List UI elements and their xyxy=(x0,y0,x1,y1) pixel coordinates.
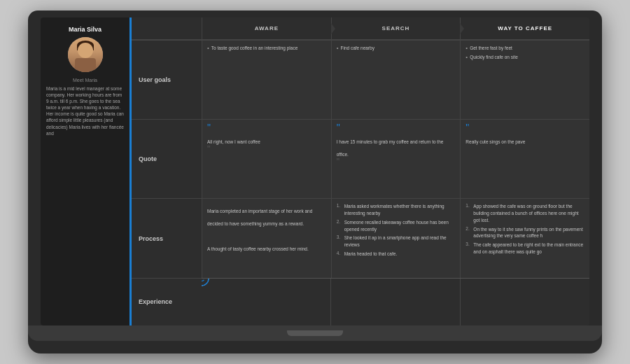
process-row: Maria completed an important stage of he… xyxy=(202,198,589,277)
content-area: User goals Quote Process Experience xyxy=(132,40,589,326)
process-search: 1. Maria asked workmates whether there i… xyxy=(331,199,461,277)
quote-label: Quote xyxy=(132,119,202,198)
quote-search: " I have 15 minutes to grab my coffee an… xyxy=(331,120,461,198)
header-way-label: WAY TO CAFFEE xyxy=(498,25,552,31)
user-goals-aware: To taste good coffee in an interesting p… xyxy=(202,41,331,119)
quote-text-1: All right, now I want coffee xyxy=(207,139,260,144)
process-item-2-2: 2. Someone recalled takeaway coffee hous… xyxy=(337,219,456,233)
laptop-base xyxy=(28,326,602,341)
avatar-body xyxy=(75,58,96,72)
quote-text-2: I have 15 minutes to grab my coffee and … xyxy=(337,139,444,157)
experience-point-3 xyxy=(202,279,209,286)
laptop-container: Maria Silva Meet Maria Maria is a mid le… xyxy=(28,10,602,354)
process-aware: Maria completed an important stage of he… xyxy=(202,199,331,277)
meet-label: Meet Maria xyxy=(73,78,97,83)
process-item-3-3: 3. The cafe appeared to be right ext to … xyxy=(465,241,584,255)
header-search-label: SEARCH xyxy=(382,25,410,31)
user-name: Maria Silva xyxy=(69,26,102,33)
avatar-face xyxy=(78,43,93,58)
avatar-figure xyxy=(68,37,103,72)
process-text-1: Maria completed an important stage of he… xyxy=(207,209,312,251)
experience-row xyxy=(202,278,589,326)
experience-svg xyxy=(202,279,589,326)
quote-close-1: " xyxy=(207,146,326,153)
process-label: Process xyxy=(132,198,202,277)
quote-way: " Really cute sings on the pave xyxy=(460,120,589,198)
sidebar-description: Maria is a mid level manager at some com… xyxy=(46,85,124,136)
header-search: SEARCH xyxy=(331,18,461,39)
svg-point-6 xyxy=(202,279,209,286)
sidebar: Maria Silva Meet Maria Maria is a mid le… xyxy=(41,18,132,326)
quote-open-1: " xyxy=(207,124,326,132)
process-item-3-1: 1. App showed the cafe was on ground flo… xyxy=(465,203,584,223)
user-goals-row: To taste good coffee in an interesting p… xyxy=(202,40,589,119)
quote-text-3: Really cute sings on the pave xyxy=(465,139,525,144)
header-way-to-caffee: WAY TO CAFFEE xyxy=(460,18,589,39)
experience-chart xyxy=(202,279,589,326)
process-item-2-1: 1. Maria asked workmates whether there i… xyxy=(337,203,456,217)
user-goal-bullet-1: To taste good coffee in an interesting p… xyxy=(207,45,326,52)
quote-open-2: " xyxy=(337,124,456,132)
avatar xyxy=(68,37,103,72)
process-item-2-4: 4. Maria headed to that cafe. xyxy=(337,251,456,258)
cells-area: To taste good coffee in an interesting p… xyxy=(202,40,589,326)
process-item-3-2: 2. On the way to it she saw funny prints… xyxy=(465,226,584,240)
laptop-screen: Maria Silva Meet Maria Maria is a mid le… xyxy=(41,18,589,326)
process-item-2-3: 3. She looked it ap in a smartphone app … xyxy=(337,234,456,248)
header-aware-label: AWARE xyxy=(255,25,279,31)
user-goal-bullet-3b: Quickly find cafe on site xyxy=(465,54,584,61)
experience-label: Experience xyxy=(132,278,202,326)
quote-aware: " All right, now I want coffee " xyxy=(202,120,331,198)
quote-close-2: " xyxy=(337,159,456,166)
row-labels: User goals Quote Process Experience xyxy=(132,40,202,326)
user-goal-bullet-3a: Get there fast by feet xyxy=(465,45,584,52)
header-aware: AWARE xyxy=(202,18,331,39)
quote-open-3: " xyxy=(465,124,584,132)
laptop-notch xyxy=(287,330,343,336)
user-goals-search: Find cafe nearby xyxy=(331,41,461,119)
header-spacer xyxy=(132,18,202,39)
phase-header: AWARE SEARCH WAY TO CAFFEE xyxy=(132,18,589,40)
user-goal-bullet-2: Find cafe nearby xyxy=(337,45,456,52)
user-goals-way: Get there fast by feet Quickly find cafe… xyxy=(460,41,589,119)
process-way: 1. App showed the cafe was on ground flo… xyxy=(460,199,589,277)
quote-row: " All right, now I want coffee " " I hav… xyxy=(202,119,589,198)
main-content: AWARE SEARCH WAY TO CAFFEE User goals xyxy=(132,18,589,326)
user-goals-label: User goals xyxy=(132,40,202,119)
